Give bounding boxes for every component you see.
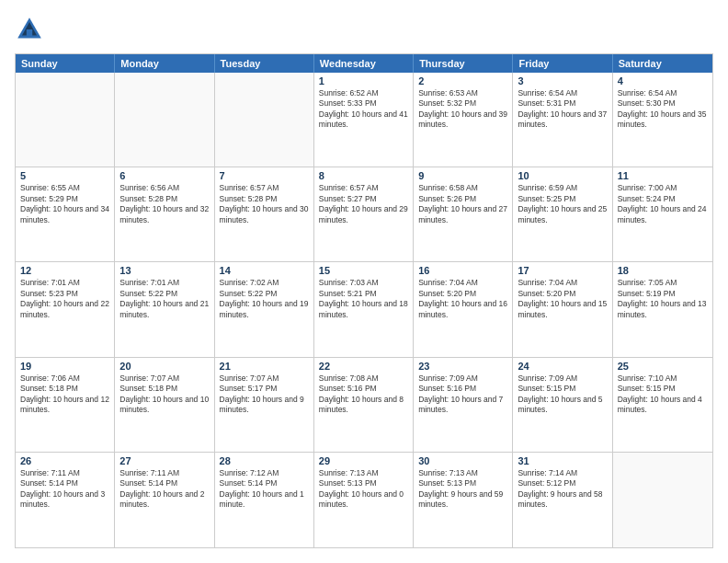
cell-detail: Sunrise: 7:03 AM Sunset: 5:21 PM Dayligh…	[319, 278, 408, 320]
day-number: 15	[319, 265, 408, 276]
day-number: 17	[518, 265, 607, 276]
day-number: 6	[119, 170, 209, 181]
cal-cell: 8Sunrise: 6:57 AM Sunset: 5:27 PM Daylig…	[314, 167, 414, 261]
day-number: 22	[319, 361, 408, 372]
cell-detail: Sunrise: 6:57 AM Sunset: 5:28 PM Dayligh…	[220, 183, 309, 225]
cal-cell: 5Sunrise: 6:55 AM Sunset: 5:29 PM Daylig…	[16, 167, 115, 261]
cell-detail: Sunrise: 7:11 AM Sunset: 5:14 PM Dayligh…	[119, 468, 209, 511]
cell-detail: Sunrise: 7:04 AM Sunset: 5:20 PM Dayligh…	[418, 278, 507, 320]
cell-detail: Sunrise: 6:56 AM Sunset: 5:28 PM Dayligh…	[119, 183, 209, 225]
header-day-thursday: Thursday	[414, 54, 513, 73]
cell-detail: Sunrise: 7:02 AM Sunset: 5:22 PM Dayligh…	[220, 278, 309, 320]
day-number: 29	[319, 455, 408, 466]
header-day-tuesday: Tuesday	[215, 54, 314, 73]
cal-cell: 19Sunrise: 7:06 AM Sunset: 5:18 PM Dayli…	[16, 358, 115, 452]
day-number: 3	[518, 75, 607, 86]
cell-detail: Sunrise: 7:07 AM Sunset: 5:18 PM Dayligh…	[119, 373, 209, 416]
cell-detail: Sunrise: 7:01 AM Sunset: 5:23 PM Dayligh…	[20, 278, 109, 320]
week-row-4: 19Sunrise: 7:06 AM Sunset: 5:18 PM Dayli…	[16, 358, 712, 453]
day-number: 27	[119, 455, 209, 466]
week-row-3: 12Sunrise: 7:01 AM Sunset: 5:23 PM Dayli…	[16, 262, 712, 357]
cal-cell: 6Sunrise: 6:56 AM Sunset: 5:28 PM Daylig…	[115, 167, 214, 261]
cell-detail: Sunrise: 7:14 AM Sunset: 5:12 PM Dayligh…	[518, 468, 607, 511]
cal-cell: 22Sunrise: 7:08 AM Sunset: 5:16 PM Dayli…	[314, 358, 414, 452]
week-row-5: 26Sunrise: 7:11 AM Sunset: 5:14 PM Dayli…	[16, 453, 712, 547]
cell-detail: Sunrise: 7:09 AM Sunset: 5:15 PM Dayligh…	[518, 373, 607, 416]
calendar: SundayMondayTuesdayWednesdayThursdayFrid…	[15, 53, 713, 548]
day-number: 14	[220, 265, 309, 276]
cal-cell: 30Sunrise: 7:13 AM Sunset: 5:13 PM Dayli…	[414, 453, 513, 547]
page: SundayMondayTuesdayWednesdayThursdayFrid…	[0, 0, 728, 563]
cell-detail: Sunrise: 7:10 AM Sunset: 5:15 PM Dayligh…	[618, 373, 708, 416]
day-number: 16	[418, 265, 507, 276]
cell-detail: Sunrise: 7:05 AM Sunset: 5:19 PM Dayligh…	[618, 278, 708, 320]
header-day-wednesday: Wednesday	[314, 54, 414, 73]
cal-cell: 21Sunrise: 7:07 AM Sunset: 5:17 PM Dayli…	[215, 358, 314, 452]
header-day-friday: Friday	[513, 54, 612, 73]
cell-detail: Sunrise: 7:13 AM Sunset: 5:13 PM Dayligh…	[418, 468, 507, 511]
cal-cell: 11Sunrise: 7:00 AM Sunset: 5:24 PM Dayli…	[613, 167, 712, 261]
logo	[15, 15, 48, 44]
cal-cell: 25Sunrise: 7:10 AM Sunset: 5:15 PM Dayli…	[613, 358, 712, 452]
cal-cell: 27Sunrise: 7:11 AM Sunset: 5:14 PM Dayli…	[115, 453, 214, 547]
cal-cell: 3Sunrise: 6:54 AM Sunset: 5:31 PM Daylig…	[513, 73, 612, 167]
day-number: 11	[618, 170, 708, 181]
day-number: 2	[418, 75, 507, 86]
day-number: 20	[119, 361, 209, 372]
cal-cell: 12Sunrise: 7:01 AM Sunset: 5:23 PM Dayli…	[16, 262, 115, 356]
cal-cell: 10Sunrise: 6:59 AM Sunset: 5:25 PM Dayli…	[513, 167, 612, 261]
cal-cell: 29Sunrise: 7:13 AM Sunset: 5:13 PM Dayli…	[314, 453, 414, 547]
day-number: 7	[220, 170, 309, 181]
cell-detail: Sunrise: 6:54 AM Sunset: 5:31 PM Dayligh…	[518, 88, 607, 131]
day-number: 10	[518, 170, 607, 181]
cal-cell: 24Sunrise: 7:09 AM Sunset: 5:15 PM Dayli…	[513, 358, 612, 452]
cal-cell: 4Sunrise: 6:54 AM Sunset: 5:30 PM Daylig…	[613, 73, 712, 167]
day-number: 31	[518, 455, 607, 466]
cal-cell: 13Sunrise: 7:01 AM Sunset: 5:22 PM Dayli…	[115, 262, 214, 356]
day-number: 21	[220, 361, 309, 372]
cal-cell: 17Sunrise: 7:04 AM Sunset: 5:20 PM Dayli…	[513, 262, 612, 356]
cell-detail: Sunrise: 7:01 AM Sunset: 5:22 PM Dayligh…	[119, 278, 209, 320]
cell-detail: Sunrise: 6:59 AM Sunset: 5:25 PM Dayligh…	[518, 183, 607, 225]
cal-cell: 18Sunrise: 7:05 AM Sunset: 5:19 PM Dayli…	[613, 262, 712, 356]
cell-detail: Sunrise: 7:06 AM Sunset: 5:18 PM Dayligh…	[20, 373, 109, 416]
day-number: 8	[319, 170, 408, 181]
cell-detail: Sunrise: 6:55 AM Sunset: 5:29 PM Dayligh…	[20, 183, 109, 225]
cal-cell: 7Sunrise: 6:57 AM Sunset: 5:28 PM Daylig…	[215, 167, 314, 261]
cell-detail: Sunrise: 7:09 AM Sunset: 5:16 PM Dayligh…	[418, 373, 507, 416]
day-number: 25	[618, 361, 708, 372]
cell-detail: Sunrise: 7:04 AM Sunset: 5:20 PM Dayligh…	[518, 278, 607, 320]
cal-cell: 23Sunrise: 7:09 AM Sunset: 5:16 PM Dayli…	[414, 358, 513, 452]
day-number: 28	[220, 455, 309, 466]
cell-detail: Sunrise: 7:13 AM Sunset: 5:13 PM Dayligh…	[319, 468, 408, 511]
cal-cell: 16Sunrise: 7:04 AM Sunset: 5:20 PM Dayli…	[414, 262, 513, 356]
cal-cell	[215, 73, 314, 167]
day-number: 18	[618, 265, 708, 276]
day-number: 23	[418, 361, 507, 372]
cal-cell: 26Sunrise: 7:11 AM Sunset: 5:14 PM Dayli…	[16, 453, 115, 547]
day-number: 5	[20, 170, 109, 181]
cell-detail: Sunrise: 7:08 AM Sunset: 5:16 PM Dayligh…	[319, 373, 408, 416]
cell-detail: Sunrise: 7:07 AM Sunset: 5:17 PM Dayligh…	[220, 373, 309, 416]
cal-cell: 20Sunrise: 7:07 AM Sunset: 5:18 PM Dayli…	[115, 358, 214, 452]
cell-detail: Sunrise: 6:57 AM Sunset: 5:27 PM Dayligh…	[319, 183, 408, 225]
week-row-1: 1Sunrise: 6:52 AM Sunset: 5:33 PM Daylig…	[16, 73, 712, 167]
cal-cell: 9Sunrise: 6:58 AM Sunset: 5:26 PM Daylig…	[414, 167, 513, 261]
day-number: 26	[20, 455, 109, 466]
header-day-saturday: Saturday	[613, 54, 712, 73]
cell-detail: Sunrise: 7:11 AM Sunset: 5:14 PM Dayligh…	[20, 468, 109, 511]
cell-detail: Sunrise: 6:58 AM Sunset: 5:26 PM Dayligh…	[418, 183, 507, 225]
day-number: 4	[618, 75, 708, 86]
cal-cell	[16, 73, 115, 167]
day-number: 19	[20, 361, 109, 372]
cell-detail: Sunrise: 6:52 AM Sunset: 5:33 PM Dayligh…	[319, 88, 408, 131]
cal-cell: 1Sunrise: 6:52 AM Sunset: 5:33 PM Daylig…	[314, 73, 414, 167]
day-number: 13	[119, 265, 209, 276]
week-row-2: 5Sunrise: 6:55 AM Sunset: 5:29 PM Daylig…	[16, 167, 712, 262]
header-day-sunday: Sunday	[16, 54, 115, 73]
cal-cell: 28Sunrise: 7:12 AM Sunset: 5:14 PM Dayli…	[215, 453, 314, 547]
cell-detail: Sunrise: 6:53 AM Sunset: 5:32 PM Dayligh…	[418, 88, 507, 131]
day-number: 24	[518, 361, 607, 372]
svg-rect-2	[27, 29, 32, 37]
cal-cell: 31Sunrise: 7:14 AM Sunset: 5:12 PM Dayli…	[513, 453, 612, 547]
